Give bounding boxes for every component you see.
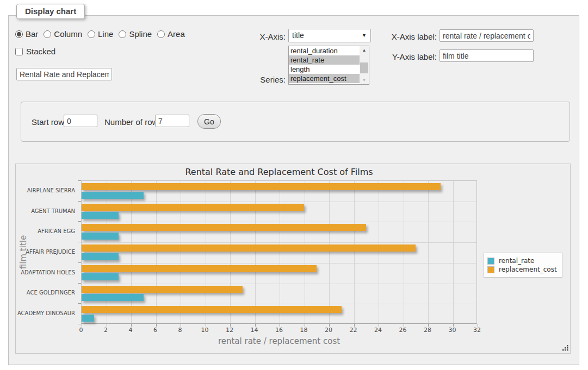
stacked-checkbox-row[interactable]: Stacked (15, 47, 55, 56)
legend-label: rental_rate (499, 257, 534, 265)
bar-rental-rate (82, 273, 119, 280)
chart-container: Rental Rate and Replacement Cost of Film… (15, 164, 571, 354)
select-dropdown-arrow-icon: ▼ (362, 29, 367, 42)
radio-label-line: Line (98, 29, 113, 39)
go-button[interactable]: Go (197, 114, 221, 129)
vertical-gridline (280, 181, 280, 323)
vertical-gridline (181, 181, 181, 323)
vertical-gridline (428, 181, 429, 323)
bar-replacement-cost (82, 265, 317, 272)
horizontal-gridline (82, 263, 476, 264)
bar-rental-rate (82, 192, 144, 199)
chart-type-option-column[interactable]: Column (44, 29, 82, 39)
chart-legend: rental_ratereplacement_cost (484, 253, 562, 278)
radio-label-bar: Bar (26, 29, 38, 39)
bar-rental-rate (82, 233, 119, 240)
chart-title: Rental Rate and Replacement Cost of Film… (81, 167, 477, 177)
horizontal-gridline (82, 242, 476, 243)
x-tick-label: 32 (466, 327, 488, 334)
vertical-gridline (107, 181, 107, 323)
xaxis-label-input[interactable] (440, 29, 534, 42)
legend-swatch-icon (487, 258, 494, 265)
plot-area (81, 180, 477, 324)
radio-label-area: Area (168, 29, 185, 39)
series-listbox-scrollbar[interactable]: ▲ ▼ (360, 46, 369, 84)
x-tick-label: 0 (70, 327, 92, 334)
vertical-gridline (255, 181, 256, 323)
series-option-rental_duration[interactable]: rental_duration (289, 46, 360, 55)
vertical-gridline (404, 181, 404, 323)
x-tick-label: 22 (343, 327, 364, 334)
x-tick-label: 8 (169, 327, 191, 334)
vertical-gridline (230, 181, 231, 323)
yaxis-label-input[interactable] (440, 49, 534, 62)
x-tick-labels: 02468101214161820222426283032 (81, 327, 477, 334)
xaxis-select-label: X-Axis: (247, 32, 286, 41)
category-label: AGENT TRUMAN (16, 208, 78, 214)
x-tick-label: 20 (318, 327, 339, 334)
horizontal-gridline (82, 202, 476, 202)
legend-label: replacement_cost (499, 266, 557, 273)
radio-spline[interactable] (119, 30, 126, 38)
series-option-replacement_cost[interactable]: replacement_cost (289, 74, 360, 83)
x-tick-label: 4 (120, 327, 141, 334)
vertical-gridline (206, 181, 206, 323)
start-row-input[interactable] (64, 115, 97, 127)
series-listbox[interactable]: rental_durationrental_ratelengthreplacem… (288, 46, 369, 85)
chart-type-option-bar[interactable]: Bar (15, 29, 38, 39)
stacked-checkbox[interactable] (15, 48, 23, 55)
series-option-length[interactable]: length (289, 65, 360, 74)
bar-rental-rate (82, 315, 94, 322)
bar-replacement-cost (82, 183, 441, 190)
rows-panel (21, 102, 570, 142)
x-tick-label: 26 (392, 327, 414, 334)
scroll-down-icon[interactable]: ▼ (360, 76, 369, 84)
num-rows-input[interactable] (155, 115, 189, 127)
category-label: AIRPLANE SIERRA (16, 187, 78, 193)
series-label: Series: (247, 75, 286, 84)
x-tick-label: 14 (244, 327, 265, 334)
bar-rental-rate (82, 253, 119, 260)
category-label: ACE GOLDFINGER (16, 290, 78, 296)
bar-rental-rate (82, 294, 144, 301)
radio-label-column: Column (54, 29, 82, 39)
radio-bar[interactable] (15, 30, 23, 38)
x-tick-label: 18 (293, 327, 315, 334)
x-tick-label: 30 (442, 327, 463, 334)
chart-type-option-line[interactable]: Line (88, 29, 113, 39)
resize-handle-icon[interactable] (561, 344, 568, 352)
y-axis-tick-mark (78, 201, 81, 202)
x-tick-label: 16 (268, 327, 290, 334)
scroll-up-icon[interactable]: ▲ (360, 46, 369, 54)
bar-replacement-cost (82, 204, 304, 211)
series-option-rental_rate[interactable]: rental_rate (289, 55, 360, 65)
y-axis-tick-mark (78, 242, 81, 242)
radio-line[interactable] (88, 30, 95, 38)
radio-area[interactable] (157, 30, 165, 38)
legend-item-replacement-cost: replacement_cost (487, 266, 557, 273)
vertical-gridline (156, 181, 157, 323)
bar-replacement-cost (82, 306, 342, 313)
x-tick-label: 28 (417, 327, 438, 334)
horizontal-gridline (82, 222, 476, 222)
chart-builder-app: Display chart BarColumnLineSplineArea St… (0, 0, 588, 370)
x-axis-title: rental rate / replacement cost (81, 336, 477, 346)
stacked-label: Stacked (26, 47, 55, 56)
chart-type-option-spline[interactable]: Spline (119, 29, 152, 39)
y-axis-tick-mark (78, 283, 81, 284)
legend-item-rental-rate: rental_rate (487, 257, 557, 265)
chart-title-input[interactable] (16, 68, 112, 80)
category-label: AFRICAN EGG (16, 228, 78, 234)
scrollbar-thumb[interactable] (360, 62, 368, 73)
x-axis-select[interactable]: title ▼ (288, 29, 371, 42)
y-axis-tick-mark (78, 262, 81, 263)
vertical-gridline (131, 181, 132, 323)
yaxis-label-field-label: Y-Axis label: (384, 52, 437, 61)
radio-column[interactable] (44, 30, 51, 38)
x-tick-label: 12 (219, 327, 240, 334)
bar-replacement-cost (82, 224, 366, 231)
y-axis-tick-mark (78, 180, 81, 181)
vertical-gridline (354, 181, 355, 323)
y-axis-tick-mark (78, 303, 81, 304)
chart-type-option-area[interactable]: Area (157, 29, 185, 39)
